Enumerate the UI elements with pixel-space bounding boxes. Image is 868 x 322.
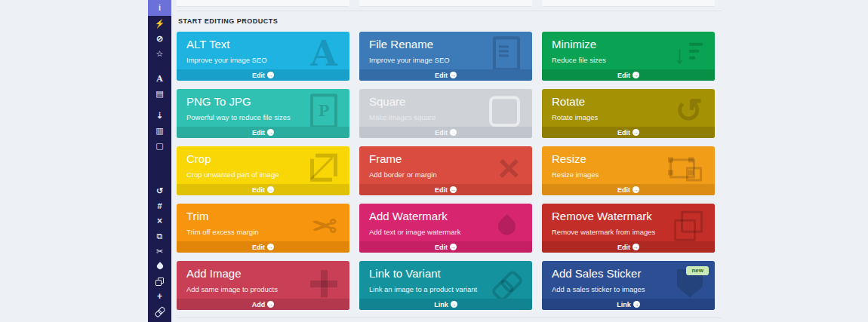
square-icon <box>489 96 520 127</box>
alt-text-icon: A <box>156 75 163 83</box>
card-action-label: Edit <box>252 72 265 79</box>
edit-button[interactable]: Edit→ <box>542 69 715 81</box>
card-title: Square <box>369 95 405 108</box>
rotate-icon: ↺ <box>156 187 163 195</box>
sidebar-item-star[interactable]: ☆ <box>148 46 171 61</box>
product-card-alt-text[interactable]: ALT TextImprove your image SEOAEdit→ <box>177 32 349 81</box>
card-action-label: Add <box>252 301 266 308</box>
sidebar-item-lightning[interactable]: ⚡ <box>148 16 171 31</box>
crop-icon: # <box>157 202 162 210</box>
card-subtitle: Add a sales sticker to images <box>552 285 645 293</box>
card-title: Resize <box>552 152 586 165</box>
drop-icon <box>494 213 520 239</box>
card-action-label: Link <box>434 301 448 308</box>
product-card-trim[interactable]: TrimTrim off excess margin✂Edit→ <box>177 204 349 253</box>
product-card-link-to-variant[interactable]: Link to VariantLink an image to a produc… <box>359 261 532 310</box>
product-card-add-image[interactable]: Add ImageAdd same image to productsAdd→ <box>177 261 349 310</box>
sidebar-item-frame[interactable]: × <box>148 213 171 228</box>
sidebar-item-link-to-variant[interactable] <box>148 304 171 319</box>
card-subtitle: Rotate images <box>552 113 598 121</box>
sidebar-item-png-to-jpg[interactable]: ▥ <box>148 123 171 138</box>
card-action-label: Edit <box>252 129 265 136</box>
sidebar-item-file-rename[interactable]: ▤ <box>148 86 171 101</box>
sidebar-item-rotate[interactable]: ↺ <box>148 183 171 198</box>
product-card-remove-watermark[interactable]: Remove WatermarkRemove watermark from im… <box>542 204 715 253</box>
edit-button[interactable]: Edit→ <box>359 184 532 195</box>
edit-button[interactable]: Edit→ <box>359 241 532 253</box>
card-subtitle: Add border or margin <box>369 170 437 179</box>
card-action-label: Edit <box>435 244 448 251</box>
edit-button[interactable]: Edit→ <box>177 127 349 138</box>
arrow-circle-icon: → <box>633 301 640 308</box>
card-title: PNG To JPG <box>186 95 251 108</box>
file-icon <box>493 36 520 71</box>
card-title: Minimize <box>552 38 596 51</box>
edit-button[interactable]: Edit→ <box>542 241 715 253</box>
png-to-jpg-icon: ▥ <box>155 127 163 135</box>
card-subtitle: Reduce file sizes <box>552 56 606 64</box>
product-card-rotate[interactable]: RotateRotate images↺Edit→ <box>542 89 715 138</box>
product-card-minimize[interactable]: MinimizeReduce file sizes↓Edit→ <box>542 32 715 81</box>
copy-icon <box>674 210 703 241</box>
file-rename-icon: ▤ <box>155 90 163 98</box>
products-grid: ALT TextImprove your image SEOAEdit→File… <box>177 32 715 310</box>
card-action-label: Edit <box>435 129 448 136</box>
arrow-circle-icon: → <box>633 244 639 250</box>
top-card-stub <box>177 0 349 7</box>
crop-icon <box>306 153 337 183</box>
arrow-circle-icon: → <box>267 186 274 193</box>
product-card-add-watermark[interactable]: Add WatermarkAdd text or image watermark… <box>359 204 532 253</box>
edit-button[interactable]: Edit→ <box>177 184 349 195</box>
edit-button[interactable]: Edit→ <box>542 127 715 138</box>
card-action-label: Edit <box>435 72 448 79</box>
card-subtitle: Trim off excess margin <box>186 228 259 236</box>
arrow-circle-icon: → <box>267 244 274 250</box>
sidebar-item-info[interactable]: i <box>148 0 171 16</box>
edit-button[interactable]: Edit→ <box>359 127 532 138</box>
add-button[interactable]: Add→ <box>177 299 349 310</box>
top-divider <box>177 11 721 11</box>
star-icon: ☆ <box>156 50 164 58</box>
product-card-png-to-jpg[interactable]: PNG To JPGPowerful way to reduce file si… <box>177 89 349 138</box>
sidebar-item-trim[interactable]: ✂ <box>148 244 171 259</box>
plus-icon <box>310 270 337 297</box>
link-button[interactable]: Link→ <box>359 299 532 310</box>
sidebar-item-clock[interactable]: ⊘ <box>148 31 171 46</box>
card-subtitle: Add text or image watermark <box>369 228 460 236</box>
sidebar-item-add-watermark[interactable] <box>148 259 171 274</box>
minimize-icon: ⇣ <box>156 112 163 120</box>
card-title: Crop <box>186 152 211 165</box>
edit-button[interactable]: Edit→ <box>542 184 715 195</box>
card-title: Trim <box>186 210 208 222</box>
edit-button[interactable]: Edit→ <box>177 241 349 253</box>
sidebar-item-remove-watermark[interactable] <box>148 274 171 289</box>
product-card-add-sales-sticker[interactable]: Add Sales StickerAdd a sales sticker to … <box>542 261 715 310</box>
product-card-square[interactable]: SquareMake images squareEdit→ <box>359 89 532 138</box>
product-card-resize[interactable]: ResizeResize imagesEdit→ <box>542 146 715 195</box>
section-heading: START EDITING PRODUCTS <box>178 17 278 25</box>
sidebar-item-resize[interactable]: ⧉ <box>148 228 171 244</box>
product-card-file-rename[interactable]: File RenameImprove your image SEOEdit→ <box>359 32 532 81</box>
new-badge: new <box>686 266 709 275</box>
card-subtitle: Link an image to a product variant <box>369 285 477 293</box>
sidebar-item-crop[interactable]: # <box>148 198 171 213</box>
link-button[interactable]: Link→ <box>542 299 715 310</box>
info-icon: i <box>159 4 161 12</box>
sidebar: i⚡⊘☆A▤⇣▥▢↺#×⧉✂+ <box>148 0 171 322</box>
card-subtitle: Crop unwanted part of image <box>186 170 279 179</box>
sidebar-item-add-image[interactable]: + <box>148 289 171 304</box>
trim-icon: ✂ <box>156 247 163 256</box>
product-card-frame[interactable]: FrameAdd border or margin×Edit→ <box>359 146 532 195</box>
card-title: File Rename <box>369 38 433 51</box>
edit-button[interactable]: Edit→ <box>177 69 349 81</box>
sidebar-item-minimize[interactable]: ⇣ <box>148 108 171 123</box>
frame-icon: × <box>157 216 162 225</box>
sidebar-item-square[interactable]: ▢ <box>148 138 171 153</box>
card-title: Add Image <box>186 267 242 280</box>
sidebar-item-alt-text[interactable]: A <box>148 71 171 86</box>
arrow-circle-icon: → <box>450 129 457 136</box>
link-to-variant-icon <box>153 305 166 318</box>
edit-button[interactable]: Edit→ <box>359 69 532 81</box>
product-card-crop[interactable]: CropCrop unwanted part of imageEdit→ <box>177 146 349 195</box>
card-subtitle: Resize images <box>552 170 599 179</box>
